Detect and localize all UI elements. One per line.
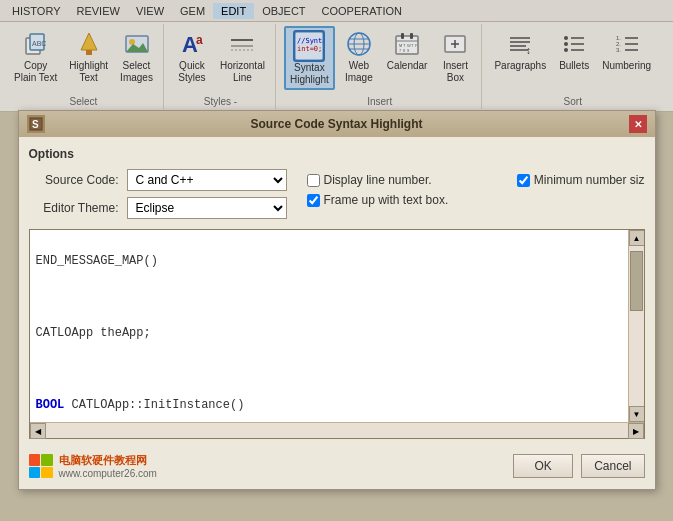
- minimum-size-label: Minimum number siz: [534, 173, 645, 187]
- syntax-highlight-dialog: S Source Code Syntax Highlight ✕ Options…: [18, 110, 656, 490]
- cancel-button[interactable]: Cancel: [581, 454, 644, 478]
- display-line-label: Display line number.: [324, 173, 432, 187]
- dialog-footer: 电脑软硬件教程网 www.computer26.com OK Cancel: [19, 449, 655, 487]
- footer-branding: 电脑软硬件教程网 www.computer26.com: [29, 453, 506, 479]
- dialog-overlay: S Source Code Syntax Highlight ✕ Options…: [0, 0, 673, 521]
- vertical-scrollbar: ▲ ▼: [628, 230, 644, 422]
- frame-row: Frame up with text box.: [307, 193, 449, 207]
- win-green: [41, 454, 53, 466]
- source-code-row: Source Code: C and C++ Java Python JavaS…: [29, 169, 287, 191]
- minimum-size-checkbox[interactable]: [517, 174, 530, 187]
- scrollbar-track: [629, 246, 644, 406]
- dialog-icon: S: [27, 115, 45, 133]
- scrollbar-thumb[interactable]: [630, 251, 643, 311]
- dialog-titlebar: S Source Code Syntax Highlight ✕: [19, 111, 655, 137]
- branding-line2: www.computer26.com: [59, 468, 157, 479]
- dialog-title: Source Code Syntax Highlight: [45, 117, 629, 131]
- scroll-left-button[interactable]: ◀: [30, 423, 46, 439]
- minimum-size-row: Minimum number siz: [517, 173, 645, 187]
- dialog-body: Options Source Code: C and C++ Java Pyth…: [19, 137, 655, 449]
- options-label: Options: [29, 147, 645, 161]
- win-blue: [29, 467, 41, 479]
- scroll-down-button[interactable]: ▼: [629, 406, 644, 422]
- horizontal-scrollbar: ◀ ▶: [30, 422, 644, 438]
- branding-line1: 电脑软硬件教程网: [59, 453, 157, 468]
- editor-theme-select[interactable]: Eclipse Visual Studio Monokai: [127, 197, 287, 219]
- editor-theme-label: Editor Theme:: [29, 201, 119, 215]
- ok-button[interactable]: OK: [513, 454, 573, 478]
- hscrollbar-track: [46, 423, 628, 438]
- source-code-select[interactable]: C and C++ Java Python JavaScript: [127, 169, 287, 191]
- windows-logo: [29, 454, 53, 478]
- win-red: [29, 454, 41, 466]
- dialog-close-button[interactable]: ✕: [629, 115, 647, 133]
- svg-text:S: S: [32, 119, 39, 130]
- branding-text-container: 电脑软硬件教程网 www.computer26.com: [59, 453, 157, 479]
- frame-checkbox[interactable]: [307, 194, 320, 207]
- scroll-right-button[interactable]: ▶: [628, 423, 644, 439]
- source-code-label: Source Code:: [29, 173, 119, 187]
- display-line-checkbox[interactable]: [307, 174, 320, 187]
- code-editor[interactable]: END_MESSAGE_MAP() CATLOApp theApp; BOOL …: [30, 230, 628, 422]
- frame-label: Frame up with text box.: [324, 193, 449, 207]
- scroll-up-button[interactable]: ▲: [629, 230, 644, 246]
- win-yellow: [41, 467, 53, 479]
- editor-theme-row: Editor Theme: Eclipse Visual Studio Mono…: [29, 197, 287, 219]
- display-line-row: Display line number.: [307, 173, 449, 187]
